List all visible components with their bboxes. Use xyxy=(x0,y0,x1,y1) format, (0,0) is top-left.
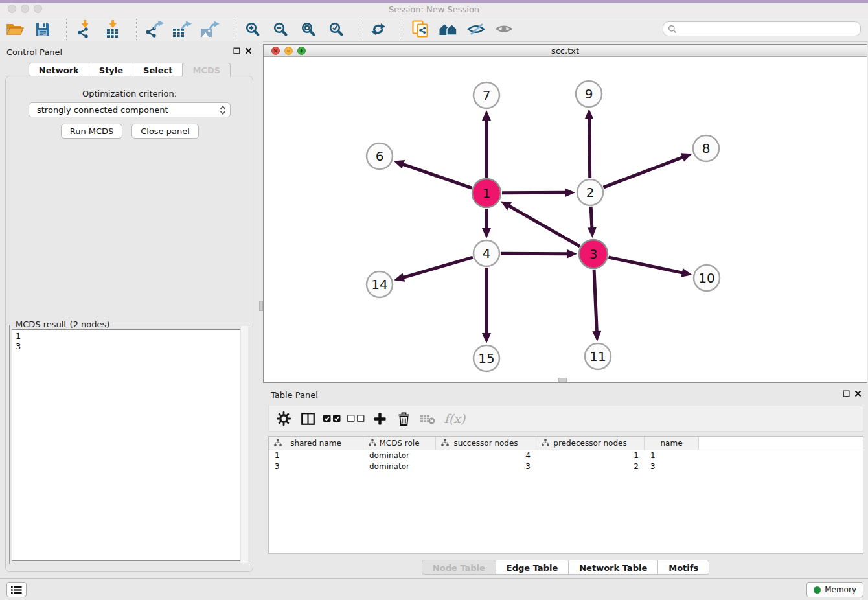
edge-2-9[interactable] xyxy=(589,118,589,178)
table-row[interactable]: 3dominator323 xyxy=(269,461,863,472)
node-11[interactable]: 11 xyxy=(585,343,611,369)
edge-arrow-1-7 xyxy=(482,110,491,121)
network-window-titlebar[interactable]: scc.txt xyxy=(264,45,867,57)
table-cell[interactable]: 3 xyxy=(269,461,363,472)
edge-3-11[interactable] xyxy=(594,270,597,332)
table-cell[interactable]: 1 xyxy=(536,450,645,461)
node-8[interactable]: 8 xyxy=(693,135,719,161)
table-cell[interactable]: 3 xyxy=(645,461,699,472)
tab-mcds[interactable]: MCDS xyxy=(183,63,231,77)
column-header-shared-name[interactable]: shared name xyxy=(269,437,363,450)
tab-network-table[interactable]: Network Table xyxy=(569,560,658,575)
import-network-icon[interactable] xyxy=(74,18,96,40)
main-toolbar xyxy=(0,16,868,42)
canvas-splitter-handle[interactable] xyxy=(558,378,567,382)
column-label: successor nodes xyxy=(453,439,518,448)
column-header-name[interactable]: name xyxy=(645,437,699,450)
criterion-dropdown[interactable]: strongly connected component xyxy=(29,102,231,117)
table-panel-title: Table Panel xyxy=(271,390,318,400)
run-mcds-button[interactable]: Run MCDS xyxy=(61,124,122,139)
toolbar-separator xyxy=(360,19,361,40)
table-settings-gear-icon[interactable] xyxy=(274,409,293,428)
table-cell[interactable]: 1 xyxy=(645,450,699,461)
node-2[interactable]: 2 xyxy=(577,179,603,205)
import-table-icon[interactable] xyxy=(102,18,124,40)
open-session-icon[interactable] xyxy=(4,18,26,40)
export-table-icon[interactable] xyxy=(172,18,194,40)
mcds-result-group: MCDS result (2 nodes) 13 xyxy=(9,325,249,564)
result-scrollbar[interactable] xyxy=(240,326,248,563)
edge-4-3[interactable] xyxy=(501,253,568,254)
close-table-panel-icon[interactable] xyxy=(853,389,862,398)
close-panel-button[interactable]: Close panel xyxy=(131,124,199,139)
mcds-result-textarea[interactable]: 13 xyxy=(12,329,246,561)
node-6[interactable]: 6 xyxy=(367,143,393,169)
tab-select[interactable]: Select xyxy=(133,63,183,76)
first-neighbors-icon[interactable] xyxy=(437,18,459,40)
node-1[interactable]: 1 xyxy=(472,179,501,207)
table-cell[interactable]: dominator xyxy=(363,450,436,461)
node-9[interactable]: 9 xyxy=(576,81,602,107)
table-cell[interactable]: 1 xyxy=(269,450,363,461)
search-icon xyxy=(668,25,677,34)
column-header-MCDS-role[interactable]: MCDS role xyxy=(363,437,436,450)
node-4[interactable]: 4 xyxy=(474,240,499,266)
edge-3-10[interactable] xyxy=(608,257,683,273)
export-image-icon[interactable] xyxy=(200,18,222,40)
column-header-predecessor-nodes[interactable]: predecessor nodes xyxy=(536,437,645,450)
clone-network-icon[interactable] xyxy=(409,18,431,40)
edge-1-6[interactable] xyxy=(402,164,472,188)
zoom-out-icon[interactable] xyxy=(269,18,291,40)
svg-text:4: 4 xyxy=(483,246,491,261)
tab-edge-table[interactable]: Edge Table xyxy=(496,560,569,575)
table-header-row: shared nameMCDS rolesuccessor nodesprede… xyxy=(269,437,863,450)
close-panel-icon[interactable] xyxy=(244,46,253,55)
table-row[interactable]: 1dominator411 xyxy=(269,450,863,461)
edge-arrow-1-2 xyxy=(565,188,575,197)
network-graph: 7968124314101511 xyxy=(264,57,867,382)
zoom-in-icon[interactable] xyxy=(242,18,264,40)
edge-1-2[interactable] xyxy=(502,192,566,193)
node-15[interactable]: 15 xyxy=(474,345,499,371)
tab-motifs[interactable]: Motifs xyxy=(658,560,709,575)
float-panel-icon[interactable] xyxy=(232,46,241,55)
task-history-list-icon[interactable] xyxy=(6,582,27,597)
show-column-panel-icon[interactable] xyxy=(298,409,317,428)
edge-2-8[interactable] xyxy=(604,157,684,187)
node-table[interactable]: shared nameMCDS rolesuccessor nodesprede… xyxy=(268,436,863,554)
hide-selected-icon[interactable] xyxy=(465,18,487,40)
node-3[interactable]: 3 xyxy=(579,240,608,268)
delete-column-trash-icon[interactable] xyxy=(394,409,413,428)
column-header-successor-nodes[interactable]: successor nodes xyxy=(436,437,536,450)
refresh-view-icon[interactable] xyxy=(367,18,389,40)
criterion-value: strongly connected component xyxy=(37,105,220,115)
zoom-fit-icon[interactable] xyxy=(297,18,319,40)
edge-3-1[interactable] xyxy=(508,205,580,246)
tab-node-table[interactable]: Node Table xyxy=(422,560,496,575)
export-network-icon[interactable] xyxy=(144,18,166,40)
zoom-selected-icon[interactable] xyxy=(325,18,347,40)
memory-status-button[interactable]: Memory xyxy=(806,582,863,597)
main-titlebar: Session: New Session xyxy=(0,3,868,16)
table-cell[interactable]: 3 xyxy=(436,461,536,472)
tab-network[interactable]: Network xyxy=(29,63,89,76)
create-column-plus-icon[interactable] xyxy=(370,409,389,428)
tab-style[interactable]: Style xyxy=(89,63,133,76)
table-body: 1dominator4113dominator323 xyxy=(269,450,863,472)
search-input[interactable] xyxy=(680,24,856,34)
svg-text:1: 1 xyxy=(483,185,491,201)
search-box[interactable] xyxy=(663,21,861,36)
select-all-columns-icon[interactable] xyxy=(322,409,341,428)
unselect-all-columns-icon[interactable] xyxy=(346,409,365,428)
table-cell[interactable]: 2 xyxy=(536,461,645,472)
node-14[interactable]: 14 xyxy=(367,271,393,297)
float-table-panel-icon[interactable] xyxy=(841,389,851,398)
network-canvas[interactable]: 7968124314101511 xyxy=(264,57,867,382)
table-cell[interactable]: 4 xyxy=(436,450,536,461)
table-cell[interactable]: dominator xyxy=(363,461,436,472)
save-session-icon[interactable] xyxy=(32,18,54,40)
node-7[interactable]: 7 xyxy=(474,82,499,108)
edge-4-14[interactable] xyxy=(403,257,473,278)
node-10[interactable]: 10 xyxy=(694,265,720,291)
edge-2-3[interactable] xyxy=(591,207,592,229)
